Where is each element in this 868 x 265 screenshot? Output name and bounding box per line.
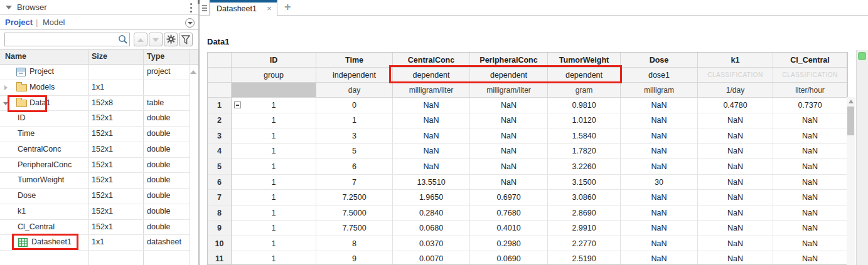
data-cell[interactable]: 30 (621, 175, 698, 190)
data-cell[interactable]: 1 (232, 251, 316, 265)
column-header-tumorweight[interactable]: TumorWeight (548, 53, 621, 68)
data-cell[interactable]: 0.9810 (548, 98, 621, 113)
tree-item-cl_central[interactable]: Cl_Central152x1double (0, 220, 190, 236)
search-prev-button[interactable] (134, 33, 147, 46)
data-cell[interactable]: NaN (621, 98, 698, 113)
data-cell[interactable]: 9 (316, 251, 393, 265)
data-cell[interactable]: 2.2770 (548, 236, 621, 252)
data-cell[interactable]: 1 (232, 205, 316, 221)
data-cell[interactable]: 1.9650 (393, 190, 470, 205)
filter-button[interactable] (179, 33, 193, 46)
data-cell[interactable]: 8 (316, 236, 393, 252)
expand-expanded-icon[interactable] (3, 102, 8, 105)
search-settings-button[interactable] (164, 33, 178, 46)
tab-model[interactable]: Model (43, 18, 65, 27)
tab-bar-grip-icon[interactable] (200, 0, 210, 16)
data-cell[interactable]: 3.0860 (548, 190, 621, 205)
data-cell[interactable]: NaN (698, 205, 773, 221)
row-number[interactable]: 11 (208, 251, 232, 265)
data-cell[interactable]: NaN (698, 236, 773, 252)
data-cell[interactable]: NaN (698, 175, 773, 190)
column-header-centralconc[interactable]: CentralConc (393, 53, 470, 68)
data-cell[interactable]: 0.6970 (470, 190, 548, 205)
data-cell[interactable]: 0.0690 (470, 251, 548, 265)
row-number[interactable]: 6 (208, 175, 232, 190)
data-cell[interactable]: NaN (621, 205, 698, 221)
row-number[interactable]: 7 (208, 190, 232, 205)
unit-cell[interactable] (232, 83, 316, 98)
data-cell[interactable]: 7 (316, 175, 393, 190)
collapse-panel-icon[interactable] (6, 6, 12, 9)
data-cell[interactable]: 0.0070 (393, 251, 470, 265)
data-cell[interactable]: NaN (470, 113, 548, 129)
classification-cell[interactable]: CLASSIFICATION (698, 68, 773, 83)
data-cell[interactable]: 7.5000 (316, 205, 393, 221)
unit-cell[interactable]: liter/hour (773, 83, 847, 98)
tab-project[interactable]: Project (5, 18, 33, 27)
data-cell[interactable]: NaN (470, 175, 548, 190)
close-tab-icon[interactable]: × (267, 4, 272, 13)
search-input[interactable] (4, 33, 130, 46)
data-cell[interactable]: 0.2840 (393, 205, 470, 221)
tree-item-dose[interactable]: Dose152x1double (0, 189, 190, 204)
data-cell[interactable]: NaN (773, 113, 847, 129)
unit-cell[interactable]: milligram/liter (393, 83, 470, 98)
data-cell[interactable]: NaN (773, 221, 847, 236)
unit-cell[interactable]: 1/day (698, 83, 773, 98)
data-cell[interactable]: 1.7820 (548, 144, 621, 160)
scrollbar-thumb[interactable] (847, 107, 854, 135)
data-cell[interactable]: 0.4780 (698, 98, 773, 113)
row-number[interactable]: 10 (208, 236, 232, 252)
row-number[interactable]: 1 (208, 98, 232, 113)
data-cell[interactable]: NaN (773, 128, 847, 144)
data-cell[interactable]: NaN (393, 159, 470, 175)
data-cell[interactable]: NaN (621, 128, 698, 144)
data-cell[interactable]: 0.0680 (393, 221, 470, 236)
tree-item-tumorweight[interactable]: TumorWeight152x1double (0, 173, 190, 189)
expand-collapsed-icon[interactable] (4, 85, 8, 90)
data-cell[interactable]: NaN (393, 113, 470, 129)
data-cell[interactable]: NaN (621, 221, 698, 236)
tree-item-peripheralconc[interactable]: PeripheralConc152x1double (0, 158, 190, 174)
data-cell[interactable]: 3 (316, 128, 393, 144)
row-number[interactable]: 8 (208, 205, 232, 221)
data-cell[interactable]: 1.0120 (548, 113, 621, 129)
new-tab-button[interactable]: + (284, 1, 291, 14)
data-cell[interactable]: 2.9910 (548, 221, 621, 236)
tree-item-data1[interactable]: Data1152x8table (0, 96, 190, 112)
data-cell[interactable]: NaN (698, 144, 773, 160)
row-number[interactable]: 9 (208, 221, 232, 236)
data-cell[interactable]: NaN (470, 159, 548, 175)
data-cell[interactable]: 1 (232, 144, 316, 160)
data-cell[interactable]: NaN (698, 190, 773, 205)
classification-cell[interactable]: independent (316, 68, 393, 83)
panel-menu-icon[interactable] (190, 3, 192, 14)
row-number[interactable]: 4 (208, 144, 232, 160)
data-cell[interactable]: 1.5840 (548, 128, 621, 144)
tree-item-centralconc[interactable]: CentralConc152x1double (0, 142, 190, 158)
column-header-k1[interactable]: k1 (698, 53, 773, 68)
data-cell[interactable]: NaN (773, 144, 847, 160)
classification-cell[interactable]: group (232, 68, 316, 83)
classification-cell[interactable]: dependent (393, 68, 470, 83)
classification-cell[interactable]: dependent (470, 68, 548, 83)
column-header-time[interactable]: Time (316, 53, 393, 68)
data-cell[interactable]: NaN (698, 159, 773, 175)
column-header-name[interactable]: Name (5, 52, 26, 61)
tree-item-project[interactable]: Projectproject (0, 65, 190, 80)
data-cell[interactable]: 1 (232, 236, 316, 252)
tree-item-id[interactable]: ID152x1double (0, 111, 190, 127)
data-cell[interactable]: NaN (698, 128, 773, 144)
data-cell[interactable]: NaN (621, 159, 698, 175)
data-cell[interactable]: NaN (393, 144, 470, 160)
data-cell[interactable]: 7.7500 (316, 221, 393, 236)
data-cell[interactable]: NaN (470, 144, 548, 160)
column-header-peripheralconc[interactable]: PeripheralConc (470, 53, 548, 68)
row-number[interactable]: 3 (208, 128, 232, 144)
data-cell[interactable]: 0.2980 (470, 236, 548, 252)
column-header-cl_central[interactable]: Cl_Central (773, 53, 847, 68)
column-header-type[interactable]: Type (147, 52, 164, 61)
column-header-size[interactable]: Size (92, 52, 107, 61)
unit-cell[interactable]: milligram/liter (470, 83, 548, 98)
view-options-icon[interactable] (185, 18, 195, 28)
